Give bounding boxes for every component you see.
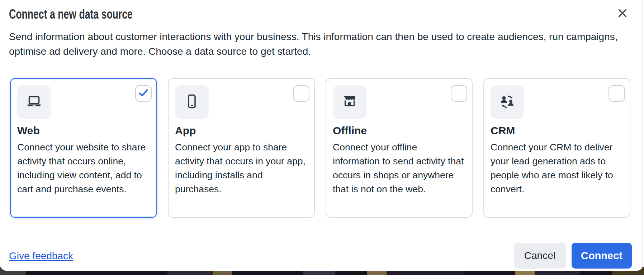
data-source-cards: Web Connect your website to share activi… (10, 78, 630, 218)
icon-tile (333, 85, 366, 119)
footer-buttons: Cancel Connect (514, 243, 632, 269)
checkbox-app-unchecked[interactable] (293, 85, 309, 102)
card-description: Connect your app to share activity that … (175, 140, 308, 196)
storefront-icon (341, 93, 358, 111)
laptop-icon (25, 93, 43, 111)
card-web[interactable]: Web Connect your website to share activi… (10, 78, 157, 218)
card-crm[interactable]: CRM Connect your CRM to deliver your lea… (483, 78, 630, 218)
checkbox-offline-unchecked[interactable] (451, 85, 467, 102)
checkbox-web-checked[interactable] (135, 85, 152, 102)
close-icon (616, 7, 629, 20)
icon-tile (175, 85, 209, 119)
dialog-description: Send information about customer interact… (9, 29, 636, 59)
card-title: Offline (333, 124, 465, 138)
card-offline[interactable]: Offline Connect your offline information… (326, 78, 473, 218)
connect-button[interactable]: Connect (572, 243, 632, 269)
icon-tile (491, 85, 524, 119)
card-title: Web (17, 124, 150, 138)
card-description: Connect your offline information to send… (333, 140, 465, 196)
card-title: CRM (491, 124, 623, 138)
give-feedback-link[interactable]: Give feedback (9, 250, 73, 262)
check-icon (137, 87, 150, 100)
cancel-button[interactable]: Cancel (514, 243, 566, 269)
card-description: Connect your website to share activity t… (17, 140, 150, 196)
card-app[interactable]: App Connect your app to share activity t… (168, 78, 315, 218)
connect-data-source-dialog: Connect a new data source Send informati… (0, 0, 643, 271)
card-title: App (175, 124, 308, 138)
close-button[interactable] (615, 6, 630, 21)
people-sync-icon (499, 93, 516, 111)
card-description: Connect your CRM to deliver your lead ge… (491, 140, 623, 196)
mobile-phone-icon (183, 93, 200, 111)
checkbox-crm-unchecked[interactable] (609, 85, 625, 102)
page-title: Connect a new data source (9, 7, 176, 21)
icon-tile (17, 85, 51, 119)
